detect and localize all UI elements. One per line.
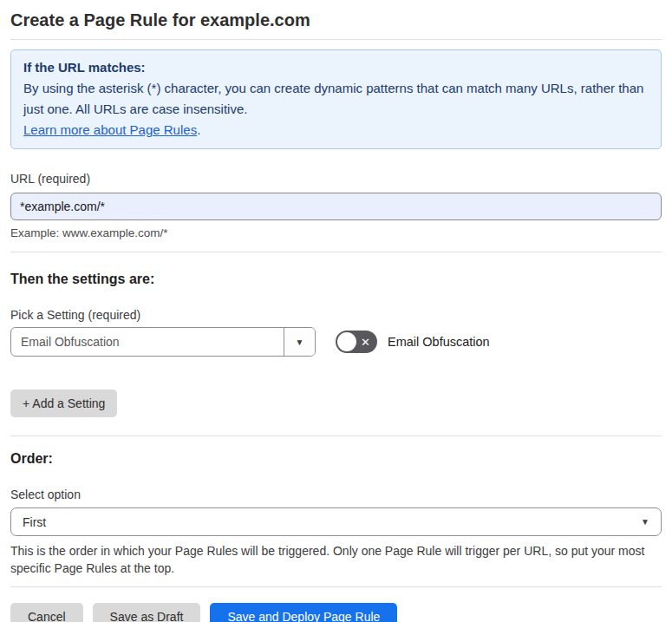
setting-row: Email Obfuscation ▼ ✕ Email Obfuscation bbox=[10, 327, 662, 357]
settings-section-heading: Then the settings are: bbox=[10, 272, 662, 287]
page-title: Create a Page Rule for example.com bbox=[10, 0, 662, 40]
setting-dropdown[interactable]: Email Obfuscation ▼ bbox=[10, 327, 316, 357]
setting-dropdown-arrow-button[interactable]: ▼ bbox=[284, 328, 315, 356]
divider bbox=[10, 586, 662, 587]
email-obfuscation-toggle[interactable]: ✕ bbox=[336, 331, 377, 353]
divider bbox=[10, 252, 662, 252]
order-select-label: Select option bbox=[10, 488, 662, 501]
chevron-down-icon: ▼ bbox=[641, 517, 649, 527]
url-input[interactable] bbox=[10, 193, 662, 220]
order-select[interactable]: First ▼ bbox=[10, 507, 662, 536]
url-match-info-box: If the URL matches: By using the asteris… bbox=[10, 49, 662, 149]
order-section-heading: Order: bbox=[10, 451, 662, 467]
info-box-body: By using the asterisk (*) character, you… bbox=[23, 78, 649, 141]
link-suffix: . bbox=[197, 122, 200, 137]
url-label: URL (required) bbox=[10, 172, 662, 186]
url-example-text: Example: www.example.com/* bbox=[10, 226, 662, 239]
toggle-knob bbox=[337, 332, 356, 351]
order-select-value: First bbox=[23, 515, 641, 529]
toggle-label: Email Obfuscation bbox=[388, 335, 490, 349]
setting-dropdown-value: Email Obfuscation bbox=[11, 328, 284, 356]
add-setting-button[interactable]: + Add a Setting bbox=[10, 390, 117, 417]
save-and-deploy-button[interactable]: Save and Deploy Page Rule bbox=[210, 603, 397, 622]
info-box-body-text: By using the asterisk (*) character, you… bbox=[23, 81, 643, 116]
cancel-button[interactable]: Cancel bbox=[10, 603, 83, 622]
page-rule-form: Create a Page Rule for example.com If th… bbox=[0, 0, 672, 622]
save-as-draft-button[interactable]: Save as Draft bbox=[93, 603, 201, 622]
order-help-text: This is the order in which your Page Rul… bbox=[10, 542, 652, 577]
info-box-heading: If the URL matches: bbox=[23, 57, 649, 78]
toggle-off-x-icon: ✕ bbox=[361, 337, 370, 348]
chevron-down-icon: ▼ bbox=[296, 337, 304, 347]
learn-more-link[interactable]: Learn more about Page Rules bbox=[23, 122, 197, 137]
pick-setting-label: Pick a Setting (required) bbox=[10, 308, 662, 322]
divider bbox=[10, 435, 662, 436]
form-actions: Cancel Save as Draft Save and Deploy Pag… bbox=[10, 603, 662, 622]
